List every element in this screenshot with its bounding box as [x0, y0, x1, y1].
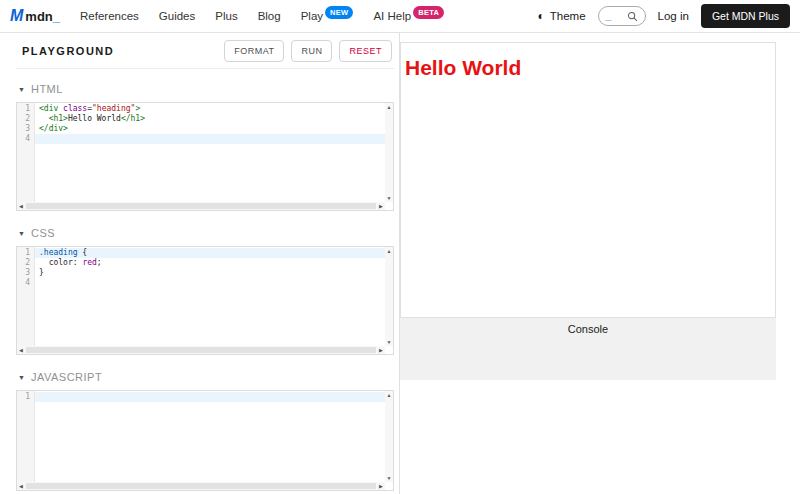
header-actions: ◐ Theme _ Log in Get MDN Plus: [538, 4, 791, 28]
search-icon: [627, 11, 638, 22]
editor-section-javascript: ▼JAVASCRIPT1▲▼◀▶: [16, 367, 394, 491]
mdn-logo-underscore: _: [53, 9, 60, 24]
line-number: 1: [17, 392, 35, 402]
code-line: 1<div class="heading">: [17, 104, 385, 114]
get-mdn-plus-button[interactable]: Get MDN Plus: [701, 4, 790, 28]
code-token: >: [135, 104, 140, 113]
playground-title: PLAYGROUND: [22, 45, 114, 57]
code-token: class: [63, 104, 87, 113]
vertical-scrollbar-javascript[interactable]: ▲▼: [385, 391, 393, 482]
editor-summary-javascript[interactable]: ▼JAVASCRIPT: [16, 367, 394, 390]
nav-item-references[interactable]: References: [80, 10, 139, 22]
nav-item-guides[interactable]: Guides: [159, 10, 195, 22]
editor-section-css: ▼CSS1.heading {2 color: red;3}4▲▼◀▶: [16, 223, 394, 355]
horizontal-scrollbar-javascript[interactable]: ◀▶: [17, 482, 385, 490]
code-editor-javascript[interactable]: 1▲▼◀▶: [16, 390, 394, 491]
code-token: </div>: [39, 124, 68, 133]
code-line: 1.heading {: [17, 248, 385, 258]
scroll-right-icon[interactable]: ▶: [377, 482, 385, 490]
vertical-scrollbar-css[interactable]: ▲▼: [385, 247, 393, 346]
nav-item-label: References: [80, 10, 139, 22]
playground-toolbar: FORMATRUNRESET: [224, 40, 392, 62]
nav-item-label: Plus: [215, 10, 237, 22]
console-panel: Console: [400, 318, 776, 380]
code-token: :: [73, 258, 83, 267]
line-code: [35, 392, 385, 402]
mdn-logo-m-icon: M: [10, 7, 23, 25]
code-token: </h1>: [121, 114, 145, 123]
code-token: color: [49, 258, 73, 267]
code-token: <div: [39, 104, 58, 113]
scroll-right-icon[interactable]: ▶: [377, 346, 385, 354]
scroll-down-icon[interactable]: ▼: [385, 338, 393, 346]
nav-item-label: Blog: [258, 10, 281, 22]
line-code: <div class="heading">: [35, 104, 385, 114]
line-code: </div>: [35, 124, 385, 134]
scroll-thumb[interactable]: [26, 203, 376, 209]
editor-summary-css[interactable]: ▼CSS: [16, 223, 394, 246]
console-label: Console: [400, 318, 776, 335]
search-caret: _: [606, 11, 612, 21]
main-area: PLAYGROUND FORMATRUNRESET ▼HTML1<div cla…: [0, 33, 800, 494]
run-button[interactable]: RUN: [291, 40, 332, 62]
theme-switcher-button[interactable]: ◐ Theme: [538, 10, 586, 22]
scroll-down-icon[interactable]: ▼: [385, 474, 393, 482]
login-link[interactable]: Log in: [658, 10, 689, 22]
code-token: "heading": [92, 104, 135, 113]
vertical-scrollbar-html[interactable]: ▲▼: [385, 103, 393, 202]
code-editor-css[interactable]: 1.heading {2 color: red;3}4▲▼◀▶: [16, 246, 394, 355]
horizontal-scrollbar-css[interactable]: ◀▶: [17, 346, 385, 354]
nav-item-play[interactable]: PlayNEW: [301, 10, 354, 23]
line-number: 1: [17, 248, 35, 258]
code-token: }: [39, 268, 44, 277]
code-token: .heading: [39, 248, 78, 257]
code-token: <h1>: [49, 114, 68, 123]
editor-label-html: HTML: [31, 83, 63, 95]
editor-summary-html[interactable]: ▼HTML: [16, 79, 394, 102]
code-line: 1: [17, 392, 385, 402]
code-token: ;: [97, 258, 102, 267]
horizontal-scrollbar-html[interactable]: ◀▶: [17, 202, 385, 210]
scroll-thumb[interactable]: [26, 347, 376, 353]
line-code: color: red;: [35, 258, 385, 268]
line-code: [35, 134, 385, 144]
scroll-up-icon[interactable]: ▲: [385, 103, 393, 111]
code-line: 2 <h1>Hello World</h1>: [17, 114, 385, 124]
scroll-thumb[interactable]: [26, 483, 376, 489]
nav-item-plus[interactable]: Plus: [215, 10, 237, 22]
scroll-right-icon[interactable]: ▶: [377, 202, 385, 210]
code-line: 4: [17, 134, 385, 144]
scroll-left-icon[interactable]: ◀: [17, 202, 25, 210]
scroll-left-icon[interactable]: ◀: [17, 346, 25, 354]
editor-sections: ▼HTML1<div class="heading">2 <h1>Hello W…: [16, 69, 394, 491]
code-token: [39, 258, 49, 267]
output-iframe: Hello World: [400, 42, 776, 318]
line-number: 3: [17, 124, 35, 134]
scroll-left-icon[interactable]: ◀: [17, 482, 25, 490]
nav-item-label: AI Help: [373, 10, 411, 22]
editors-panel: PLAYGROUND FORMATRUNRESET ▼HTML1<div cla…: [0, 33, 400, 494]
line-number: 2: [17, 114, 35, 124]
scroll-up-icon[interactable]: ▲: [385, 247, 393, 255]
top-navbar: M mdn _ ReferencesGuidesPlusBlogPlayNEWA…: [0, 0, 800, 33]
editor-label-javascript: JAVASCRIPT: [31, 371, 102, 383]
output-panel: Hello World Console: [400, 33, 800, 494]
scroll-up-icon[interactable]: ▲: [385, 391, 393, 399]
collapse-triangle-icon: ▼: [18, 374, 25, 381]
output-heading: Hello World: [405, 56, 775, 80]
line-code: .heading {: [35, 248, 385, 258]
line-number: 3: [17, 268, 35, 278]
search-input[interactable]: _: [598, 6, 646, 26]
collapse-triangle-icon: ▼: [18, 86, 25, 93]
nav-item-ai-help[interactable]: AI HelpBETA: [373, 10, 444, 23]
scroll-down-icon[interactable]: ▼: [385, 194, 393, 202]
code-token: {: [78, 248, 88, 257]
reset-button[interactable]: RESET: [339, 40, 392, 62]
code-editor-html[interactable]: 1<div class="heading">2 <h1>Hello World<…: [16, 102, 394, 211]
mdn-logo-text: mdn: [25, 9, 52, 24]
code-line: 4: [17, 278, 385, 288]
mdn-logo[interactable]: M mdn _: [10, 7, 60, 25]
nav-item-blog[interactable]: Blog: [258, 10, 281, 22]
editor-section-html: ▼HTML1<div class="heading">2 <h1>Hello W…: [16, 79, 394, 211]
format-button[interactable]: FORMAT: [224, 40, 284, 62]
